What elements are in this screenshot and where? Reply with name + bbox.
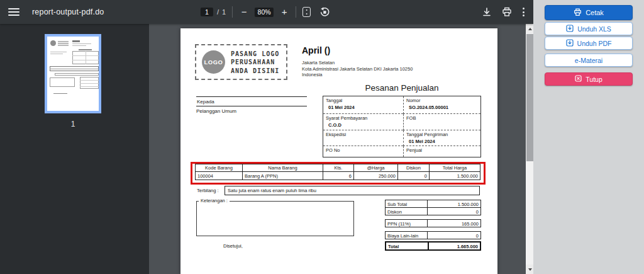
cell-kode: 100004 [196,172,243,180]
download-icon[interactable] [481,7,492,18]
menu-icon[interactable] [8,8,19,16]
col-kode-barang: Kode Barang [196,164,243,172]
document-title: report-output-pdf.do [32,8,104,16]
unduh-pdf-button[interactable]: Unduh PDF [545,37,633,50]
total-row-grand: Total1.665.000 [385,241,481,251]
cell-kts: 6 [323,172,354,180]
fit-to-page-icon[interactable] [303,7,311,17]
thumbnail-panel: 1 [0,24,149,274]
order-info-box: Tanggal01 Mei 2024 NomorSO.2024.05.00001… [323,96,481,157]
thumbnail-sketch-line [79,49,92,50]
thumbnail-sketch-line [53,93,67,94]
ematerai-label: e-Materai [575,57,602,64]
thumbnail-page-number: 1 [42,120,104,128]
cell-nama: Barang A (PPN) [243,172,323,180]
info-cell-nomor: NomorSO.2024.05.00001 [403,96,480,114]
toolbar-divider [232,6,233,18]
info-cell-penjual: Penjual [403,146,480,157]
col-diskon: Diskon [398,164,430,172]
cell-harga: 250.000 [354,172,398,180]
total-row-biaya: Biaya Lain-lain0 [385,231,481,239]
cetak-button[interactable]: Cetak [545,5,633,20]
thumbnail-sketch-box [55,73,99,76]
terbilang-value: Satu juta enam ratus enam puluh lima rib… [225,186,480,195]
app-screen: report-output-pdf.do / 1 − 80% + [0,0,644,274]
pdf-viewer: report-output-pdf.do / 1 − 80% + [0,0,533,274]
tutup-label: Tutup [586,76,602,83]
thumbnail-sketch-box [50,77,75,87]
thumbnail-sketch-line [58,43,69,44]
thumbnail-sketch-line [80,83,99,84]
print-icon[interactable] [501,7,512,18]
download-file-icon [566,25,574,33]
col-nama-barang: Nama Barang [243,164,323,172]
toolbar-divider [296,6,296,18]
thumbnail-sketch-line [80,86,99,87]
thumbnail-sketch-line [50,69,99,69]
more-options-icon[interactable] [521,8,526,16]
total-row-diskon: Diskon0 [385,207,481,215]
toolbar-center-group: / 1 − 80% + [201,0,330,24]
company-name: April () [302,45,413,55]
rotate-icon[interactable] [319,7,330,18]
info-cell-pengiriman: Tanggal Pengiriman01 Mei 2024 [403,130,480,146]
col-total-harga: Total Harga [430,164,480,172]
page-number-input[interactable] [201,8,213,16]
zoom-level[interactable]: 80% [255,8,274,17]
items-table: Kode Barang Nama Barang Kts. @Harga Disk… [195,164,480,180]
cell-diskon: 0 [398,172,430,180]
items-data-row: 100004 Barang A (PPN) 6 250.000 0 1.500.… [196,172,480,180]
thumbnail-sketch-line [58,41,69,42]
info-cell-fob: FOB [403,114,480,130]
info-cell-ekspedisi: Ekspedisi [323,130,403,146]
cetak-label: Cetak [586,9,604,16]
page-total: 1 [222,8,226,16]
cell-total: 1.500.000 [430,172,480,180]
download-file-icon [566,39,574,48]
logo-placeholder-text: PASANG LOGO PERUSAHAAN ANDA DISINI [231,50,279,75]
zoom-out-button[interactable]: − [239,7,249,17]
approval-label: Disetujui, [223,243,243,249]
unduh-xls-label: Unduh XLS [577,25,611,33]
thumbnail-sketch-line [72,43,91,45]
recipient-block: Kepada Pelanggan Umum [196,96,307,114]
zoom-in-button[interactable]: + [279,7,289,17]
scrollbar-thumb[interactable] [526,34,533,161]
info-cell-syarat: Syarat PembayaranC.O.D [323,114,403,130]
thumbnail-sketch-line [50,40,56,46]
info-cell-tanggal: Tanggal01 Mei 2024 [323,96,403,114]
recipient-value: Pelanggan Umum [196,108,307,114]
thumbnail-sketch-line [72,40,80,42]
thumbnail-sketch-line [72,45,86,47]
thumbnail-sketch-line [50,54,63,54]
action-panel: Cetak Unduh XLS Unduh PDF e-Materai [533,0,644,274]
logo-placeholder-box: LOGO PASANG LOGO PERUSAHAAN ANDA DISINI [195,44,287,80]
terbilang-label: Terbilang : [197,188,219,193]
col-kts: Kts. [323,164,354,172]
page-separator: / [217,8,219,16]
items-header-row: Kode Barang Nama Barang Kts. @Harga Disk… [196,164,480,172]
keterangan-box [196,201,354,236]
col-harga: @Harga [354,164,398,172]
page-thumbnail[interactable] [45,34,101,113]
ematerai-button[interactable]: e-Materai [545,54,633,67]
company-block: April () Jakarta Selatan Kota Administra… [302,45,413,78]
toolbar-right-group [481,0,526,24]
thumbnail-sketch-line [80,80,99,81]
company-address: Jakarta Selatan Kota Administrasi Jakart… [302,60,413,78]
thumbnail-sketch-line [86,51,86,64]
keterangan-label: Keterangan : [199,198,230,203]
recipient-label: Kepada [196,96,307,106]
info-cell-po: PO No [323,146,403,157]
thumbnail-sketch-line [50,52,67,52]
document-page: LOGO PASANG LOGO PERUSAHAAN ANDA DISINI … [180,28,497,274]
total-row-ppn: PPN (11%)165.000 [385,219,481,227]
unduh-xls-button[interactable]: Unduh XLS [545,22,633,35]
printer-icon [574,8,582,18]
unduh-pdf-label: Unduh PDF [577,40,612,47]
tutup-button[interactable]: Tutup [545,72,633,86]
pdf-toolbar: report-output-pdf.do / 1 − 80% + [0,0,533,24]
logo-circle: LOGO [202,50,225,74]
thumbnail-sketch-line [58,45,69,46]
close-box-icon [575,75,582,83]
